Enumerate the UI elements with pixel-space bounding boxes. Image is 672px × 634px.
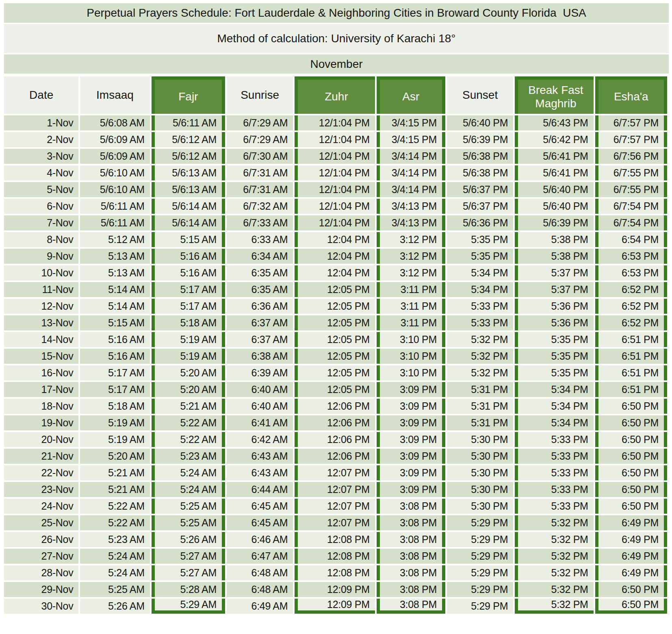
- cell-fajr: 5:22 AM: [152, 432, 225, 447]
- cell-date: 18-Nov: [4, 399, 78, 414]
- cell-asr: 3:08 PM: [377, 599, 445, 614]
- cell-eshaa: 6:52 PM: [595, 299, 667, 314]
- cell-sunset: 5/6:36 PM: [447, 215, 513, 230]
- cell-date: 19-Nov: [4, 415, 78, 430]
- cell-maghrib: 5:36 PM: [515, 315, 593, 330]
- cell-eshaa: 6:51 PM: [595, 349, 667, 364]
- cell-zuhr: 12/1:04 PM: [295, 165, 375, 180]
- cell-sunrise: 6:43 AM: [227, 449, 293, 464]
- cell-asr: 3/4:14 PM: [377, 182, 445, 197]
- cell-sunrise: 6/7:33 AM: [227, 215, 293, 230]
- column-header-sunset: Sunset: [447, 76, 513, 114]
- cell-eshaa: 6:51 PM: [595, 332, 667, 347]
- cell-sunrise: 6:38 AM: [227, 349, 293, 364]
- cell-asr: 3:08 PM: [377, 549, 445, 564]
- cell-eshaa: 6:50 PM: [595, 465, 667, 480]
- cell-eshaa: 6/7:55 PM: [595, 165, 667, 180]
- cell-zuhr: 12/1:04 PM: [295, 199, 375, 214]
- cell-zuhr: 12:08 PM: [295, 549, 375, 564]
- cell-eshaa: 6:52 PM: [595, 282, 667, 297]
- cell-imsaaq: 5:16 AM: [80, 332, 150, 347]
- cell-fajr: 5:29 AM: [152, 599, 225, 614]
- cell-maghrib: 5/6:40 PM: [515, 199, 593, 214]
- cell-sunset: 5:29 PM: [447, 565, 513, 580]
- cell-zuhr: 12:05 PM: [295, 299, 375, 314]
- cell-fajr: 5:17 AM: [152, 282, 225, 297]
- table-body: 1-Nov5/6:08 AM5/6:11 AM6/7:29 AM12/1:04 …: [4, 115, 667, 614]
- cell-fajr: 5:27 AM: [152, 549, 225, 564]
- cell-eshaa: 6:49 PM: [595, 565, 667, 580]
- table-row: 28-Nov5:24 AM5:27 AM6:48 AM12:08 PM3:08 …: [4, 565, 667, 580]
- table-row: 10-Nov5:13 AM5:16 AM6:35 AM12:04 PM3:12 …: [4, 265, 667, 280]
- cell-date: 24-Nov: [4, 499, 78, 514]
- cell-sunrise: 6:35 AM: [227, 265, 293, 280]
- cell-fajr: 5/6:13 AM: [152, 182, 225, 197]
- cell-imsaaq: 5:19 AM: [80, 415, 150, 430]
- cell-imsaaq: 5:26 AM: [80, 599, 150, 614]
- cell-asr: 3:10 PM: [377, 332, 445, 347]
- cell-date: 21-Nov: [4, 449, 78, 464]
- cell-maghrib: 5:32 PM: [515, 515, 593, 530]
- cell-asr: 3:08 PM: [377, 532, 445, 547]
- column-header-fajr: Fajr: [152, 76, 225, 114]
- cell-date: 25-Nov: [4, 515, 78, 530]
- cell-sunrise: 6:46 AM: [227, 532, 293, 547]
- cell-sunrise: 6:44 AM: [227, 482, 293, 497]
- table-row: 17-Nov5:17 AM5:20 AM6:40 AM12:05 PM3:09 …: [4, 382, 667, 397]
- cell-asr: 3/4:14 PM: [377, 149, 445, 164]
- cell-date: 3-Nov: [4, 149, 78, 164]
- cell-asr: 3:09 PM: [377, 382, 445, 397]
- table-row: 25-Nov5:22 AM5:25 AM6:45 AM12:07 PM3:08 …: [4, 515, 667, 530]
- cell-date: 8-Nov: [4, 232, 78, 247]
- cell-sunrise: 6:47 AM: [227, 549, 293, 564]
- cell-zuhr: 12:06 PM: [295, 415, 375, 430]
- cell-zuhr: 12:05 PM: [295, 282, 375, 297]
- cell-date: 7-Nov: [4, 215, 78, 230]
- cell-sunrise: 6:36 AM: [227, 299, 293, 314]
- table-row: 6-Nov5/6:11 AM5/6:14 AM6/7:32 AM12/1:04 …: [4, 199, 667, 214]
- cell-zuhr: 12:04 PM: [295, 249, 375, 264]
- cell-date: 11-Nov: [4, 282, 78, 297]
- cell-fajr: 5:24 AM: [152, 465, 225, 480]
- table-row: 12-Nov5:14 AM5:17 AM6:36 AM12:05 PM3:11 …: [4, 299, 667, 314]
- table-row: 2-Nov5/6:09 AM5/6:12 AM6/7:29 AM12/1:04 …: [4, 132, 667, 147]
- cell-sunset: 5:31 PM: [447, 399, 513, 414]
- cell-eshaa: 6:50 PM: [595, 415, 667, 430]
- cell-fajr: 5:15 AM: [152, 232, 225, 247]
- cell-sunset: 5/6:40 PM: [447, 115, 513, 130]
- cell-zuhr: 12/1:04 PM: [295, 115, 375, 130]
- cell-imsaaq: 5:20 AM: [80, 449, 150, 464]
- cell-asr: 3:09 PM: [377, 449, 445, 464]
- cell-imsaaq: 5:21 AM: [80, 465, 150, 480]
- cell-fajr: 5/6:12 AM: [152, 132, 225, 147]
- cell-sunrise: 6/7:31 AM: [227, 182, 293, 197]
- cell-sunrise: 6:45 AM: [227, 515, 293, 530]
- cell-zuhr: 12:06 PM: [295, 432, 375, 447]
- cell-imsaaq: 5:22 AM: [80, 515, 150, 530]
- header-row: DateImsaaqFajrSunriseZuhrAsrSunsetBreak …: [4, 76, 667, 114]
- table-row: 9-Nov5:13 AM5:16 AM6:34 AM12:04 PM3:12 P…: [4, 249, 667, 264]
- table-row: 16-Nov5:17 AM5:20 AM6:39 AM12:05 PM3:10 …: [4, 365, 667, 380]
- cell-zuhr: 12:07 PM: [295, 465, 375, 480]
- cell-fajr: 5:19 AM: [152, 349, 225, 364]
- cell-asr: 3/4:15 PM: [377, 132, 445, 147]
- cell-eshaa: 6:50 PM: [595, 432, 667, 447]
- cell-fajr: 5/6:14 AM: [152, 215, 225, 230]
- cell-date: 2-Nov: [4, 132, 78, 147]
- cell-imsaaq: 5:13 AM: [80, 249, 150, 264]
- cell-sunset: 5/6:38 PM: [447, 165, 513, 180]
- cell-fajr: 5:20 AM: [152, 382, 225, 397]
- cell-fajr: 5:24 AM: [152, 482, 225, 497]
- cell-eshaa: 6:50 PM: [595, 499, 667, 514]
- page-title: Perpetual Prayers Schedule: Fort Lauderd…: [4, 3, 669, 23]
- cell-imsaaq: 5:17 AM: [80, 382, 150, 397]
- cell-date: 30-Nov: [4, 599, 78, 614]
- cell-sunset: 5:30 PM: [447, 449, 513, 464]
- cell-eshaa: 6:49 PM: [595, 549, 667, 564]
- cell-zuhr: 12:05 PM: [295, 365, 375, 380]
- cell-date: 23-Nov: [4, 482, 78, 497]
- cell-asr: 3:11 PM: [377, 315, 445, 330]
- cell-zuhr: 12:05 PM: [295, 382, 375, 397]
- cell-imsaaq: 5/6:10 AM: [80, 182, 150, 197]
- cell-imsaaq: 5:24 AM: [80, 549, 150, 564]
